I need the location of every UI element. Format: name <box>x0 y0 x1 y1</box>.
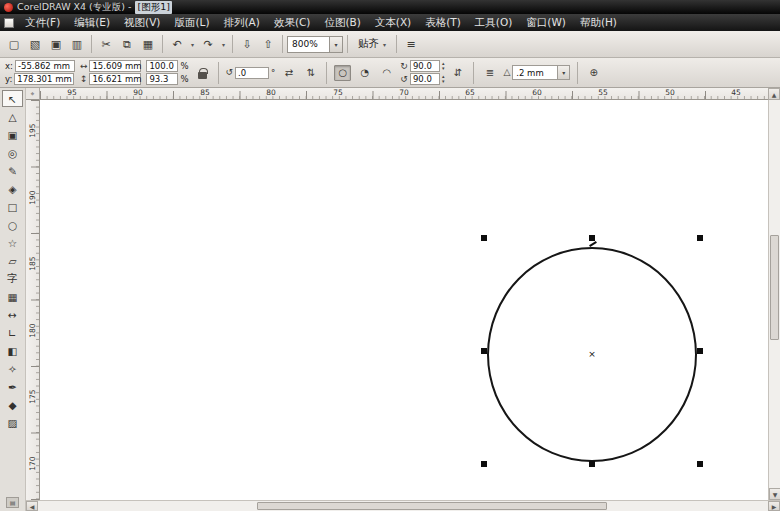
scale-horizontal-field[interactable]: 100.0 <box>146 60 178 72</box>
spinner-down-icon: ▾ <box>442 79 445 84</box>
ellipse-mode-button[interactable]: ○ <box>334 65 351 81</box>
interactive-fill-tool-button[interactable]: ▨ <box>2 414 23 431</box>
arc-start-angle-field[interactable]: 90.0 <box>410 60 440 72</box>
y-position-field[interactable]: 178.301 mm <box>14 73 74 85</box>
text-tool-button[interactable]: 字 <box>2 270 23 287</box>
menu-effects[interactable]: 效果(C) <box>267 15 318 31</box>
arc-mode-button[interactable]: ◠ <box>378 65 395 81</box>
scale-vertical-field[interactable]: 93.3 <box>146 73 178 85</box>
rotation-angle-field[interactable]: .0 <box>235 67 269 79</box>
drawing-canvas[interactable]: × <box>40 100 768 500</box>
scroll-right-button[interactable]: ▶ <box>768 501 780 511</box>
selection-handle-ne[interactable] <box>697 235 703 241</box>
toolbox-overflow-button[interactable]: ▤ <box>6 497 19 508</box>
horizontal-ruler[interactable]: 95 90 85 80 75 70 65 60 55 50 45 <box>40 88 768 100</box>
outline-pen-tool-button[interactable]: ✒ <box>2 378 23 395</box>
horizontal-scrollbar-thumb[interactable] <box>257 502 607 510</box>
vertical-ruler[interactable]: 195 190 185 180 175 170 <box>26 100 40 500</box>
blend-tool-button[interactable]: ◧ <box>2 342 23 359</box>
basic-shapes-tool-button[interactable]: ▱ <box>2 252 23 269</box>
menu-text[interactable]: 文本(X) <box>368 15 418 31</box>
eyedropper-tool-icon: ✧ <box>8 363 17 375</box>
shape-tool-button[interactable]: △ <box>2 108 23 125</box>
dimension-tool-button[interactable]: ↔ <box>2 306 23 323</box>
scroll-left-button[interactable]: ◀ <box>26 501 38 511</box>
export-button[interactable]: ⇧ <box>258 34 278 54</box>
open-button[interactable]: ▧ <box>25 34 45 54</box>
print-button[interactable]: ▥ <box>67 34 87 54</box>
scroll-up-button[interactable]: ▲ <box>768 88 780 100</box>
selection-handle-n[interactable] <box>589 235 595 241</box>
copy-button[interactable]: ⧉ <box>117 34 137 54</box>
change-direction-button[interactable]: ⇵ <box>449 65 466 81</box>
outline-width-combo[interactable]: .2 mm ▾ <box>512 65 570 80</box>
menu-bitmaps[interactable]: 位图(B) <box>317 15 367 31</box>
import-button[interactable]: ⇩ <box>237 34 257 54</box>
chevron-down-icon[interactable]: ▾ <box>557 66 569 79</box>
zoom-level-combo[interactable]: 800% ▾ <box>287 36 343 53</box>
menu-layout[interactable]: 版面(L) <box>167 15 216 31</box>
undo-button[interactable]: ↶ <box>167 34 187 54</box>
new-document-button[interactable]: ▢ <box>4 34 24 54</box>
ruler-label: 195 <box>28 122 37 140</box>
mirror-vertical-button[interactable]: ⇅ <box>302 65 319 81</box>
selection-handle-sw[interactable] <box>481 461 487 467</box>
ruler-label: 70 <box>399 88 409 97</box>
selection-handle-w[interactable] <box>481 348 487 354</box>
crop-tool-button[interactable]: ▣ <box>2 126 23 143</box>
vertical-scrollbar[interactable]: ▼ <box>768 100 780 500</box>
horizontal-scrollbar-track[interactable] <box>38 501 768 511</box>
object-height-field[interactable]: 16.621 mm <box>89 73 141 85</box>
scroll-down-button[interactable]: ▼ <box>769 488 780 500</box>
quick-customize-button[interactable]: ⊕ <box>585 65 602 81</box>
fill-tool-button[interactable]: ◆ <box>2 396 23 413</box>
horizontal-scrollbar[interactable]: ◀ ▶ <box>26 500 780 511</box>
paste-button[interactable]: ▦ <box>138 34 158 54</box>
save-button[interactable]: ▣ <box>46 34 66 54</box>
cut-button[interactable]: ✂ <box>96 34 116 54</box>
ruler-origin-button[interactable]: ⌖ <box>26 88 40 100</box>
paste-icon: ▦ <box>143 38 153 51</box>
wrap-text-button[interactable]: ≣ <box>481 65 498 81</box>
spinner-up-down[interactable]: ▴▾ <box>442 74 445 84</box>
table-tool-button[interactable]: ▦ <box>2 288 23 305</box>
smart-fill-tool-button[interactable]: ◈ <box>2 180 23 197</box>
object-width-field[interactable]: 15.609 mm <box>89 60 141 72</box>
menu-file[interactable]: 文件(F) <box>18 15 67 31</box>
selection-handle-e[interactable] <box>697 348 703 354</box>
freehand-tool-button[interactable]: ✎ <box>2 162 23 179</box>
selection-handle-se[interactable] <box>697 461 703 467</box>
menu-arrange[interactable]: 排列(A) <box>217 15 267 31</box>
eyedropper-tool-button[interactable]: ✧ <box>2 360 23 377</box>
toolbox: ↖ △ ▣ ◎ ✎ ◈ □ ○ ☆ ▱ 字 ▦ ↔ ∟ ◧ ✧ ✒ ◆ ▨ ▤ <box>0 88 26 511</box>
rectangle-tool-button[interactable]: □ <box>2 198 23 215</box>
undo-dropdown[interactable]: ▾ <box>188 34 197 54</box>
menu-edit[interactable]: 编辑(E) <box>67 15 117 31</box>
polygon-tool-button[interactable]: ☆ <box>2 234 23 251</box>
menu-tools[interactable]: 工具(O) <box>468 15 519 31</box>
pie-mode-button[interactable]: ◔ <box>356 65 373 81</box>
chevron-down-icon[interactable]: ▾ <box>329 37 342 52</box>
vertical-scrollbar-thumb[interactable] <box>770 235 779 340</box>
mirror-horizontal-button[interactable]: ⇄ <box>280 65 297 81</box>
redo-button[interactable]: ↷ <box>198 34 218 54</box>
menu-table[interactable]: 表格(T) <box>418 15 468 31</box>
x-position-field[interactable]: -55.862 mm <box>15 60 75 72</box>
ruler-label: 75 <box>333 88 343 97</box>
snap-to-button[interactable]: 贴齐 ▾ <box>352 34 392 54</box>
options-button[interactable]: ≡ <box>401 34 421 54</box>
menu-window[interactable]: 窗口(W) <box>519 15 573 31</box>
zoom-tool-button[interactable]: ◎ <box>2 144 23 161</box>
connector-tool-button[interactable]: ∟ <box>2 324 23 341</box>
ellipse-tool-button[interactable]: ○ <box>2 216 23 233</box>
spinner-up-down[interactable]: ▴▾ <box>442 61 445 71</box>
redo-dropdown[interactable]: ▾ <box>219 34 228 54</box>
selection-handle-s[interactable] <box>589 461 595 467</box>
arc-end-angle-field[interactable]: 90.0 <box>410 73 440 85</box>
pick-tool-button[interactable]: ↖ <box>2 90 23 107</box>
pie-icon: ◔ <box>360 67 369 78</box>
menu-view[interactable]: 视图(V) <box>117 15 167 31</box>
selection-handle-nw[interactable] <box>481 235 487 241</box>
nonproportional-scale-lock-button[interactable] <box>194 65 211 81</box>
menu-help[interactable]: 帮助(H) <box>573 15 624 31</box>
